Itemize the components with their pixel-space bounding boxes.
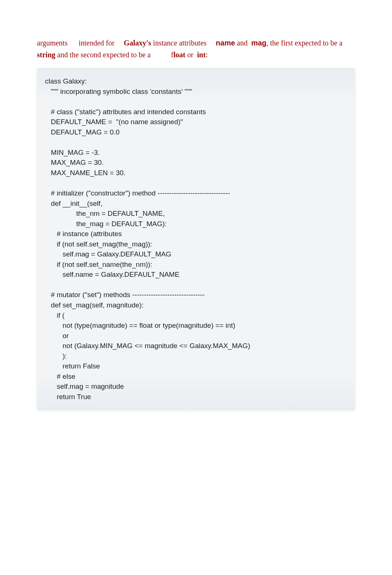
intro-text: instance attributes — [151, 39, 209, 47]
intro-text: intended for — [79, 39, 116, 47]
intro-text: and — [235, 39, 250, 47]
intro-text: arguments — [37, 39, 68, 47]
intro-text: and the second expected to be a — [55, 51, 152, 59]
int-type: int — [197, 51, 206, 59]
name-attr: name — [216, 39, 235, 47]
intro-text: : — [206, 51, 208, 59]
intro-text: , the first expected to be a — [267, 39, 343, 47]
string-type: string — [37, 51, 55, 59]
intro-paragraph: arguments intended for Galaxy's instance… — [37, 37, 355, 61]
float-prefix: f — [171, 51, 173, 59]
mag-attr: mag — [251, 39, 267, 47]
float-type: loat — [173, 51, 185, 59]
intro-text: or — [185, 51, 195, 59]
galaxy-class-name: Galaxy's — [124, 39, 151, 47]
code-block: class Galaxy: """ incorporating symbolic… — [37, 68, 355, 410]
